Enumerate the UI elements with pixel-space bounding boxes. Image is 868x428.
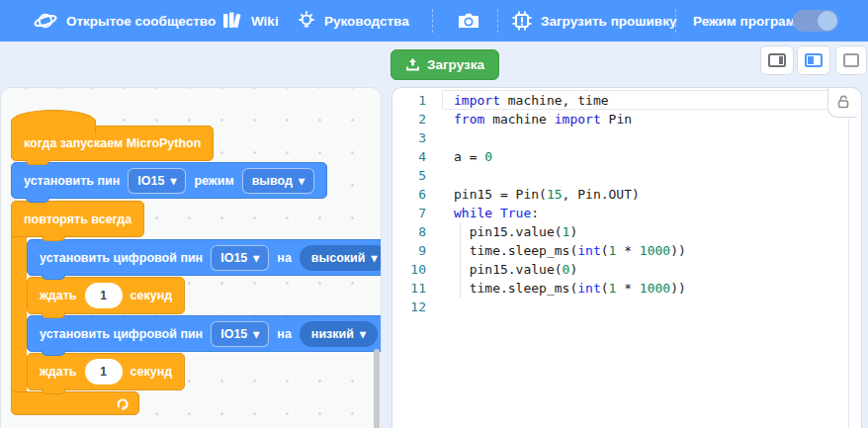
line-number: 6 [392,185,426,204]
code-line[interactable]: while True: [454,204,861,222]
code-line[interactable] [454,128,861,147]
layout-code-only-button[interactable] [760,45,794,75]
code-editor-panel[interactable]: 123456789101112 import machine, timefrom… [391,87,862,428]
block-text: повторять всегда [24,213,131,226]
code-line[interactable]: time.sleep_ms(int(1 * 1000)) [454,241,861,260]
line-number: 9 [392,241,426,260]
block-tab [42,350,65,356]
app-window: Открытое сообщество Wiki [0,0,868,428]
pin-dropdown[interactable]: IO15 [128,168,186,194]
code-line[interactable]: time.sleep_ms(int(1 * 1000)) [454,279,861,298]
level-dropdown[interactable]: высокий [300,245,382,271]
pin-dropdown[interactable]: IO15 [211,245,269,271]
code-lines[interactable]: import machine, timefrom machine import … [440,91,861,428]
camera-icon [456,10,481,32]
seconds-input[interactable]: 1 [85,283,123,308]
block-forever-arm[interactable] [11,237,27,391]
loop-arrow-icon [115,395,130,411]
block-text: секунд [130,289,173,302]
block-text: режим [194,174,233,188]
hat-dome [11,110,96,133]
code-line[interactable]: pin15 = Pin(15, Pin.OUT) [454,185,861,204]
toggle-knob [818,11,837,31]
upload-firmware-label: Загрузить прошивку [541,14,676,29]
nav-community-label: Открытое сообщество [66,14,216,29]
program-mode-toggle[interactable] [793,10,838,32]
planet-icon [33,10,58,32]
line-number: 8 [392,222,426,241]
block-tab [42,235,65,241]
mode-dropdown[interactable]: вывод [242,168,314,194]
editor-lock-button[interactable] [827,87,857,118]
block-wait-seconds[interactable]: ждать 1 секунд [27,353,185,390]
level-dropdown[interactable]: низкий [300,321,378,347]
nav-community[interactable]: Открытое сообщество [33,0,216,42]
hat-label: когда запускаем MicroPython [24,136,201,150]
layout-fullscreen-icon [843,53,859,67]
block-text: секунд [130,365,173,379]
code-line[interactable] [454,166,861,185]
upload-firmware-button[interactable]: Загрузить прошивку [511,0,676,42]
unlock-icon [835,94,851,110]
block-text: ждать [40,365,77,379]
line-number: 4 [392,147,426,166]
code-line[interactable]: import machine, time [454,91,861,110]
toolbar: Загрузка [0,42,868,87]
seconds-input[interactable]: 1 [85,359,123,385]
nav-wiki-label: Wiki [251,14,279,29]
block-tab [42,388,65,394]
upload-code-button[interactable]: Загрузка [391,49,499,80]
block-text: на [277,327,292,341]
block-tab [26,197,49,203]
line-number: 1 [392,91,426,110]
block-tab [26,159,49,165]
nav-guides-label: Руководства [324,14,409,29]
line-number: 11 [392,279,426,298]
code-line[interactable]: from machine import Pin [454,110,861,128]
line-number: 2 [392,110,426,128]
upload-label: Загрузка [427,57,484,72]
block-text: установить цифровой пин [40,251,203,265]
code-line[interactable] [454,298,861,316]
block-when-micropython-starts[interactable]: когда запускаем MicroPython [11,126,214,161]
nav-guides[interactable]: Руководства [297,0,409,42]
line-numbers: 123456789101112 [392,91,440,428]
block-text: установить цифровой пин [40,327,203,341]
block-text: установить пин [24,174,120,188]
layout-split-view-icon [805,53,823,67]
editor-scrollbar-track[interactable] [848,119,849,428]
top-navigation-bar: Открытое сообщество Wiki [0,0,868,42]
block-text: ждать [40,289,77,302]
line-number: 12 [392,298,426,316]
code-line[interactable]: a = 0 [454,147,861,166]
pin-dropdown[interactable]: IO15 [211,321,269,347]
topbar-separator [497,9,498,33]
layout-code-only-icon [768,53,786,67]
lightbulb-icon [297,10,316,32]
block-set-pin-mode[interactable]: установить пин IO15 режим вывод [11,162,327,199]
code-line[interactable]: pin15.value(1) [454,222,861,241]
block-forever-footer[interactable] [11,391,139,415]
blocks-panel-scrollbar[interactable] [374,349,380,428]
layout-fullscreen-button[interactable] [835,45,867,75]
upload-icon [405,57,420,72]
block-set-digital-pin-high[interactable]: установить цифровой пин IO15 на высокий [27,239,382,276]
block-set-digital-pin-low[interactable]: установить цифровой пин IO15 на низкий [27,315,382,352]
block-forever-header[interactable]: повторять всегда [11,201,144,237]
topbar-separator [432,9,433,33]
line-number: 3 [392,128,426,147]
block-text: на [277,251,292,265]
layout-split-view-button[interactable] [797,45,830,75]
block-tab [42,312,65,318]
blocks-workspace[interactable]: когда запускаем MicroPython установить п… [0,87,382,428]
screenshot-button[interactable] [456,0,481,42]
code-line[interactable]: pin15.value(0) [454,260,861,279]
code-editor[interactable]: 123456789101112 import machine, timefrom… [392,91,861,428]
nav-wiki[interactable]: Wiki [221,0,279,42]
block-tab [42,274,65,280]
line-number: 7 [392,204,426,222]
line-number: 10 [392,260,426,279]
chip-icon [511,10,533,32]
books-icon [221,11,243,31]
block-wait-seconds[interactable]: ждать 1 секунд [27,277,185,314]
